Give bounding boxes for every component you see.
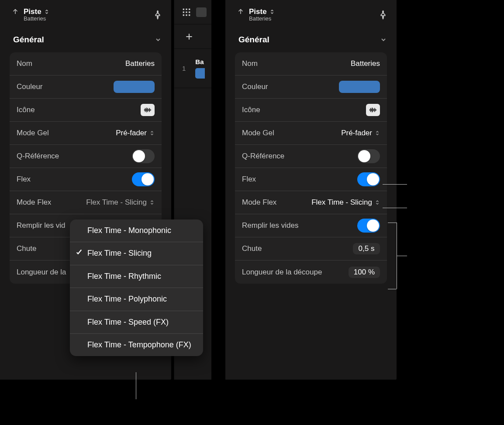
grid-icon[interactable] — [182, 8, 191, 17]
callout-line — [388, 289, 397, 289]
row-value[interactable]: Flex Time - Slicing — [86, 198, 147, 207]
section-header[interactable]: Général — [225, 27, 397, 52]
row-label: Nom — [242, 59, 258, 68]
up-down-chevron-icon[interactable] — [375, 130, 380, 136]
add-row — [174, 24, 211, 49]
toolbar-row — [174, 0, 211, 24]
row-label: Q-Référence — [17, 152, 59, 161]
waveform-icon[interactable] — [366, 104, 380, 116]
plus-icon[interactable] — [185, 32, 193, 41]
breadcrumb-title[interactable]: Piste — [249, 7, 267, 16]
row-flex-mode[interactable]: Mode Flex Flex Time - Slicing — [10, 191, 162, 214]
row-color[interactable]: Couleur — [10, 75, 162, 99]
row-label: Remplir les vid — [17, 221, 65, 230]
row-label: Q-Référence — [242, 152, 284, 161]
row-label: Mode Flex — [242, 198, 276, 207]
row-value[interactable]: Flex Time - Slicing — [311, 198, 372, 207]
row-flex: Flex — [10, 168, 162, 191]
row-flex-mode[interactable]: Mode Flex Flex Time - Slicing — [235, 191, 387, 214]
breadcrumb-subtitle[interactable]: Batteries — [24, 16, 49, 22]
svg-rect-13 — [189, 8, 190, 10]
row-label: Chute — [242, 244, 262, 253]
flex-toggle[interactable] — [357, 172, 380, 186]
row-label: Mode Flex — [17, 198, 51, 207]
row-value[interactable]: Pré-fader — [116, 129, 147, 137]
row-label: Remplir les vides — [242, 221, 298, 230]
svg-rect-14 — [183, 11, 184, 13]
flex-toggle[interactable] — [132, 172, 155, 186]
dropdown-item[interactable]: Flex Time - Rhythmic — [70, 265, 203, 288]
row-label: Mode Gel — [17, 129, 49, 137]
row-label: Nom — [17, 59, 32, 68]
section-title: Général — [238, 35, 269, 45]
row-label: Longueur de la — [17, 268, 66, 277]
row-value[interactable]: Batteries — [125, 59, 155, 68]
inspector-panel-right: Piste Batteries Général Nom Batteries Co… — [225, 0, 397, 380]
chevron-down-icon[interactable] — [155, 36, 162, 43]
waveform-icon[interactable] — [141, 104, 155, 116]
panel-header: Piste Batteries — [225, 0, 397, 27]
pin-icon[interactable] — [153, 10, 162, 20]
decay-value[interactable]: 0,5 s — [353, 243, 380, 254]
breadcrumb-title[interactable]: Piste — [24, 7, 41, 16]
dropdown-item[interactable]: Flex Time - Slicing — [70, 242, 203, 265]
checkmark-icon — [75, 248, 83, 259]
up-down-chevron-icon[interactable] — [269, 9, 275, 14]
slice-length-value[interactable]: 100 % — [349, 267, 380, 278]
track-cell[interactable]: 1 Ba — [174, 49, 211, 88]
row-icon[interactable]: Icône — [10, 99, 162, 122]
callout-line — [383, 208, 407, 208]
row-icon[interactable]: Icône — [235, 99, 387, 122]
row-q-reference: Q-Référence — [235, 145, 387, 168]
q-reference-toggle[interactable] — [357, 149, 380, 163]
row-slice-length[interactable]: Longueur de la découpe 100 % — [235, 260, 387, 284]
row-fill-gaps: Remplir les vides — [235, 214, 387, 237]
dropdown-item-label: Flex Time - Polyphonic — [87, 294, 167, 304]
dropdown-item[interactable]: Flex Time - Monophonic — [70, 219, 203, 242]
section-header[interactable]: Général — [0, 27, 171, 52]
breadcrumb[interactable]: Piste Batteries — [11, 7, 49, 22]
q-reference-toggle[interactable] — [132, 149, 155, 163]
row-name[interactable]: Nom Batteries — [235, 52, 387, 75]
chevron-down-icon[interactable] — [380, 36, 387, 43]
svg-rect-17 — [183, 14, 184, 16]
dropdown-item-label: Flex Time - Rhythmic — [87, 271, 161, 281]
svg-rect-16 — [189, 11, 190, 13]
track-name-fragment: Ba — [195, 58, 205, 65]
row-label: Couleur — [242, 82, 268, 91]
up-down-chevron-icon[interactable] — [149, 200, 155, 205]
row-freeze-mode[interactable]: Mode Gel Pré-fader — [235, 122, 387, 145]
svg-rect-15 — [186, 11, 187, 13]
toolbar-button[interactable] — [196, 7, 207, 17]
row-label: Couleur — [17, 82, 43, 91]
pin-icon[interactable] — [378, 10, 388, 20]
row-value[interactable]: Batteries — [351, 59, 380, 68]
row-label: Chute — [17, 244, 36, 253]
callout-line — [136, 372, 136, 399]
fill-gaps-toggle[interactable] — [357, 219, 380, 233]
flex-mode-dropdown[interactable]: Flex Time - Monophonic Flex Time - Slici… — [70, 219, 203, 356]
row-value[interactable]: Pré-fader — [341, 129, 372, 137]
color-swatch[interactable] — [339, 81, 380, 93]
up-arrow-icon[interactable] — [237, 7, 245, 15]
row-freeze-mode[interactable]: Mode Gel Pré-fader — [10, 122, 162, 145]
up-arrow-icon[interactable] — [11, 7, 19, 15]
up-down-chevron-icon[interactable] — [375, 200, 380, 205]
dropdown-item[interactable]: Flex Time - Tempophone (FX) — [70, 334, 203, 356]
row-label: Icône — [242, 106, 260, 114]
breadcrumb[interactable]: Piste Batteries — [237, 7, 275, 22]
row-color[interactable]: Couleur — [235, 75, 387, 99]
dropdown-item[interactable]: Flex Time - Polyphonic — [70, 288, 203, 311]
up-down-chevron-icon[interactable] — [44, 9, 49, 14]
dropdown-item[interactable]: Flex Time - Speed (FX) — [70, 311, 203, 334]
svg-rect-11 — [183, 8, 184, 10]
dropdown-item-label: Flex Time - Slicing — [87, 248, 152, 258]
breadcrumb-subtitle[interactable]: Batteries — [249, 16, 275, 22]
callout-line — [397, 256, 407, 256]
row-name[interactable]: Nom Batteries — [10, 52, 162, 75]
up-down-chevron-icon[interactable] — [149, 130, 155, 136]
color-swatch[interactable] — [114, 81, 155, 93]
row-flex: Flex — [235, 168, 387, 191]
settings-card: Nom Batteries Couleur Icône Mode Gel Pré… — [235, 52, 387, 284]
row-decay[interactable]: Chute 0,5 s — [235, 237, 387, 260]
